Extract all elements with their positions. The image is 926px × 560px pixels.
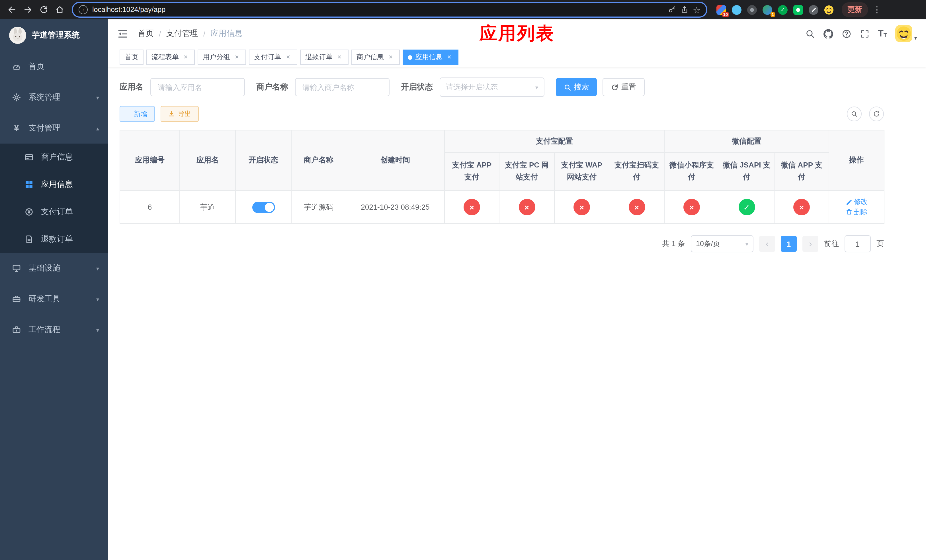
collapse-sidebar-icon[interactable] xyxy=(117,28,129,39)
delete-link[interactable]: 删除 xyxy=(846,207,868,217)
search-button[interactable]: 搜索 xyxy=(556,78,597,96)
reload-icon[interactable] xyxy=(36,2,51,17)
monitor-icon xyxy=(11,263,22,274)
extension-icon[interactable] xyxy=(793,5,803,15)
sidebar-item-label: 研发工具 xyxy=(29,294,61,304)
top-navbar: 首页 / 支付管理 / 应用信息 应用列表 xyxy=(108,20,926,48)
status-select[interactable]: 请选择开启状态 ▾ xyxy=(440,77,545,97)
sidebar-item-refund-order[interactable]: 退款订单 xyxy=(0,226,108,253)
sidebar-item-app-info[interactable]: 应用信息 xyxy=(0,171,108,198)
sidebar-item-merchant-info[interactable]: 商户信息 xyxy=(0,144,108,171)
tab-user-group[interactable]: 用户分组 × xyxy=(198,50,246,65)
avatar xyxy=(896,25,912,42)
reset-button-label: 重置 xyxy=(621,82,636,92)
forward-icon[interactable] xyxy=(21,2,35,17)
page-size-select[interactable]: 10条/页 ▾ xyxy=(691,235,754,252)
merchant-name-input[interactable] xyxy=(295,78,390,96)
sidebar-item-system[interactable]: 系统管理 ▾ xyxy=(0,82,108,113)
close-icon[interactable]: × xyxy=(387,53,395,61)
breadcrumb-item[interactable]: 首页 xyxy=(138,29,154,39)
sidebar-item-payment[interactable]: ¥ 支付管理 ▴ xyxy=(0,113,108,144)
tab-process-form[interactable]: 流程表单 × xyxy=(146,50,195,65)
fullscreen-icon[interactable] xyxy=(859,29,869,38)
address-bar[interactable]: i localhost:1024/pay/app ☆ xyxy=(72,2,707,18)
tab-merchant-info[interactable]: 商户信息 × xyxy=(351,50,400,65)
col-header-wechat-jsapi: 微信 JSAPI 支付 xyxy=(719,152,774,191)
current-page-button[interactable]: 1 xyxy=(781,236,797,252)
sidebar-item-workflow[interactable]: 工作流程 ▾ xyxy=(0,315,108,345)
pin-extension-icon[interactable] xyxy=(809,5,819,15)
goto-page-input[interactable] xyxy=(844,235,871,252)
check-glyph: ✓ xyxy=(781,7,785,12)
cell-name: 芋道 xyxy=(180,191,236,224)
tab-label: 应用信息 xyxy=(415,52,442,62)
document-icon xyxy=(24,234,34,244)
github-icon[interactable] xyxy=(823,29,833,38)
status-toggle[interactable] xyxy=(252,201,275,213)
pagination: 共 1 条 10条/页 ▾ ‹ 1 › 前往 页 xyxy=(120,235,884,252)
export-button[interactable]: 导出 xyxy=(160,106,199,122)
col-header-wechat-mini: 微信小程序支付 xyxy=(664,152,719,191)
status-badge-alipay-wap: × xyxy=(573,199,590,215)
tab-pay-order[interactable]: 支付订单 × xyxy=(249,50,297,65)
tab-refund-order[interactable]: 退款订单 × xyxy=(300,50,348,65)
help-icon[interactable] xyxy=(841,29,851,38)
refresh-button[interactable] xyxy=(869,106,884,121)
extension-icon[interactable]: 1 xyxy=(763,5,772,15)
chevron-down-icon: ▾ xyxy=(96,296,99,302)
screen: i localhost:1024/pay/app ☆ 10 1 ✓ xyxy=(0,0,926,560)
cell-created: 2021-10-23 08:49:25 xyxy=(346,191,445,224)
goto-prefix: 前往 xyxy=(824,239,839,249)
password-key-icon[interactable] xyxy=(668,6,676,14)
close-icon[interactable]: × xyxy=(182,53,190,61)
sidebar-item-home[interactable]: 首页 xyxy=(0,51,108,82)
sidebar-item-label: 首页 xyxy=(29,62,44,72)
extension-icon[interactable] xyxy=(732,5,741,15)
sidebar-item-infrastructure[interactable]: 基础设施 ▾ xyxy=(0,253,108,284)
sidebar-item-pay-order[interactable]: 支付订单 xyxy=(0,198,108,226)
next-page-button[interactable]: › xyxy=(802,236,819,252)
sidebar-item-dev-tools[interactable]: 研发工具 ▾ xyxy=(0,284,108,315)
user-menu[interactable]: ▾ xyxy=(896,25,917,42)
browser-update-button[interactable]: 更新 xyxy=(842,2,868,17)
breadcrumb-item[interactable]: 支付管理 xyxy=(166,29,198,39)
extension-icon[interactable]: ✓ xyxy=(778,5,788,15)
chevron-up-icon: ▴ xyxy=(96,125,99,131)
browser-menu-icon[interactable]: ⋮ xyxy=(872,5,883,15)
add-button[interactable]: + 新增 xyxy=(120,106,155,122)
site-info-icon[interactable]: i xyxy=(79,5,88,14)
home-icon[interactable] xyxy=(52,2,67,17)
edit-link[interactable]: 修改 xyxy=(846,197,868,207)
table-toolbar: + 新增 导出 xyxy=(120,106,884,122)
extension-glyph xyxy=(750,8,754,12)
tab-label: 流程表单 xyxy=(151,52,179,62)
col-header-wechat-app: 微信 APP 支付 xyxy=(774,152,829,191)
col-header-actions: 操作 xyxy=(829,130,884,191)
font-size-icon[interactable]: TT xyxy=(878,29,887,38)
back-icon[interactable] xyxy=(5,2,20,17)
dashboard-icon xyxy=(11,62,22,72)
reset-button[interactable]: 重置 xyxy=(602,78,645,96)
close-icon[interactable]: × xyxy=(233,53,241,61)
share-icon[interactable] xyxy=(680,6,688,14)
emoji-extension-icon[interactable] xyxy=(824,5,834,15)
toolbox-icon xyxy=(11,294,22,304)
col-header-alipay-pc: 支付宝 PC 网站支付 xyxy=(499,152,554,191)
extension-icon[interactable]: 10 xyxy=(716,5,726,15)
close-icon[interactable]: × xyxy=(284,53,292,61)
tab-home[interactable]: 首页 xyxy=(120,50,144,65)
breadcrumb-separator: / xyxy=(159,29,161,38)
status-badge-wechat-mini: × xyxy=(683,199,700,215)
bookmark-star-icon[interactable]: ☆ xyxy=(693,5,701,14)
app-logo[interactable]: 芋道管理系统 xyxy=(0,20,108,51)
close-icon[interactable]: × xyxy=(336,53,343,61)
tab-app-info-active[interactable]: 应用信息 × xyxy=(402,50,458,65)
close-icon[interactable]: × xyxy=(445,53,453,61)
extension-icon[interactable] xyxy=(747,5,757,15)
prev-page-button[interactable]: ‹ xyxy=(759,236,775,252)
caret-down-icon: ▾ xyxy=(914,35,917,42)
toggle-search-button[interactable] xyxy=(847,106,862,121)
navbar-actions: TT ▾ xyxy=(805,25,917,42)
app-name-input[interactable] xyxy=(150,78,245,96)
search-icon[interactable] xyxy=(805,29,815,38)
